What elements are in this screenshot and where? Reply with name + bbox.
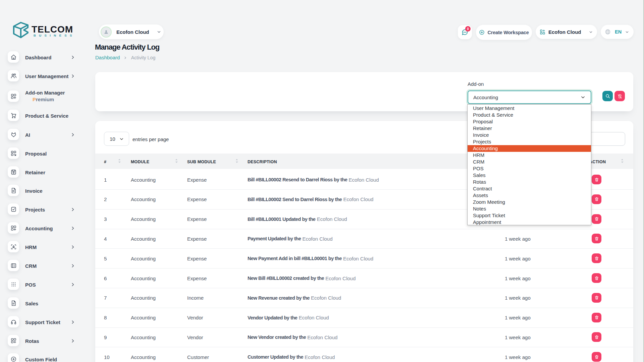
svg-text:BUSINESS: BUSINESS xyxy=(34,34,75,37)
svg-text:TELCOM: TELCOM xyxy=(32,24,72,35)
